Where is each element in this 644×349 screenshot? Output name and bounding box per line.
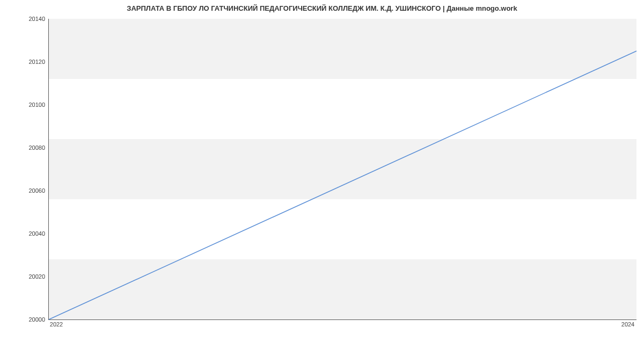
plot-area xyxy=(48,19,636,320)
y-tick-label: 20140 xyxy=(13,16,45,22)
chart-container: ЗАРПЛАТА В ГБПОУ ЛО ГАТЧИНСКИЙ ПЕДАГОГИЧ… xyxy=(0,0,644,349)
y-tick-label: 20080 xyxy=(13,144,45,151)
chart-line xyxy=(49,19,636,319)
y-tick-label: 20040 xyxy=(13,230,45,237)
y-tick-label: 20060 xyxy=(13,187,45,194)
y-tick-label: 20100 xyxy=(13,101,45,108)
svg-line-0 xyxy=(49,51,636,319)
x-tick-label: 2024 xyxy=(621,321,634,328)
y-tick-label: 20000 xyxy=(13,316,45,323)
x-tick-label: 2022 xyxy=(50,321,63,328)
y-tick-label: 20020 xyxy=(13,273,45,280)
y-tick-label: 20120 xyxy=(13,59,45,65)
chart-title: ЗАРПЛАТА В ГБПОУ ЛО ГАТЧИНСКИЙ ПЕДАГОГИЧ… xyxy=(0,4,644,12)
